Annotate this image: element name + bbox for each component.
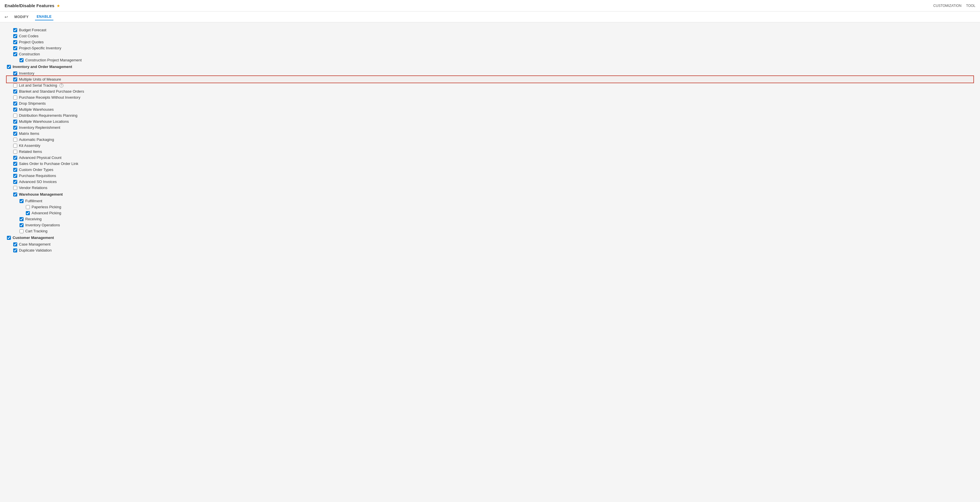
feature-item-sales-order-to-purchase-order-link: Sales Order to Purchase Order Link xyxy=(7,160,973,167)
checkbox-related-items[interactable] xyxy=(13,150,17,154)
checkbox-case-management[interactable] xyxy=(13,242,17,246)
feature-item-receiving: Receiving xyxy=(7,216,973,222)
label-multiple-warehouses: Multiple Warehouses xyxy=(19,107,54,111)
feature-item-warehouse-management: Warehouse Management xyxy=(7,191,973,198)
feature-item-case-management: Case Management xyxy=(7,241,973,247)
checkbox-automatic-packaging[interactable] xyxy=(13,138,17,142)
label-inventory: Inventory xyxy=(19,71,34,75)
checkbox-cart-tracking[interactable] xyxy=(19,229,24,233)
label-inventory-replenishment: Inventory Replenishment xyxy=(19,126,60,130)
feature-item-related-items: Related Items xyxy=(7,149,973,155)
feature-item-inventory-replenishment: Inventory Replenishment xyxy=(7,124,973,130)
feature-item-advanced-so-invoices: Advanced SO Invoices xyxy=(7,179,973,185)
checkbox-receiving[interactable] xyxy=(19,217,24,221)
star-icon: ★ xyxy=(57,3,60,8)
label-kit-assembly: Kit Assembly xyxy=(19,143,40,148)
label-duplicate-validation: Duplicate Validation xyxy=(19,248,52,253)
feature-item-construction-project-management: Construction Project Management xyxy=(7,57,973,63)
checkbox-inventory-operations[interactable] xyxy=(19,223,24,227)
feature-item-customer-management: Customer Management xyxy=(7,234,973,241)
label-advanced-so-invoices: Advanced SO Invoices xyxy=(19,180,57,184)
label-custom-order-types: Custom Order Types xyxy=(19,168,53,172)
checkbox-matrix-items[interactable] xyxy=(13,132,17,136)
checkbox-multiple-warehouse-locations[interactable] xyxy=(13,120,17,124)
checkbox-inventory-and-order-management[interactable] xyxy=(7,65,11,69)
feature-item-multiple-warehouses: Multiple Warehouses xyxy=(7,106,973,113)
feature-item-purchase-requisitions: Purchase Requisitions xyxy=(7,173,973,179)
checkbox-lot-and-serial-tracking[interactable] xyxy=(13,83,17,87)
label-purchase-requisitions: Purchase Requisitions xyxy=(19,173,56,178)
checkbox-project-specific-inventory[interactable] xyxy=(13,46,17,50)
checkbox-purchase-receipts-without-inventory[interactable] xyxy=(13,95,17,100)
feature-item-cost-codes: Cost Codes xyxy=(7,33,973,39)
help-icon-lot-and-serial-tracking[interactable]: ? xyxy=(59,83,64,87)
feature-item-duplicate-validation: Duplicate Validation xyxy=(7,247,973,253)
label-project-specific-inventory: Project-Specific Inventory xyxy=(19,46,61,50)
label-vendor-relations: Vendor Relations xyxy=(19,186,47,190)
label-matrix-items: Matrix Items xyxy=(19,131,39,136)
checkbox-sales-order-to-purchase-order-link[interactable] xyxy=(13,162,17,166)
feature-item-advanced-picking: Advanced Picking xyxy=(7,210,973,216)
checkbox-vendor-relations[interactable] xyxy=(13,186,17,190)
feature-item-kit-assembly: Kit Assembly xyxy=(7,143,973,149)
feature-item-matrix-items: Matrix Items xyxy=(7,130,973,137)
label-fulfillment: Fulfillment xyxy=(25,199,42,203)
checkbox-multiple-units-of-measure[interactable] xyxy=(13,78,17,81)
feature-item-project-quotes: Project Quotes xyxy=(7,39,973,45)
checkbox-construction-project-management[interactable] xyxy=(19,58,24,62)
label-construction: Construction xyxy=(19,52,40,56)
feature-item-custom-order-types: Custom Order Types xyxy=(7,167,973,173)
checkbox-duplicate-validation[interactable] xyxy=(13,248,17,253)
checkbox-blanket-and-standard-purchase-orders[interactable] xyxy=(13,89,17,94)
checkbox-multiple-warehouses[interactable] xyxy=(13,108,17,111)
checkbox-advanced-picking[interactable] xyxy=(26,211,30,215)
checkbox-construction[interactable] xyxy=(13,52,17,56)
checkbox-customer-management[interactable] xyxy=(7,236,11,240)
label-construction-project-management: Construction Project Management xyxy=(25,58,82,62)
feature-item-inventory-operations: Inventory Operations xyxy=(7,222,973,228)
page-title: Enable/Disable Features xyxy=(5,3,54,8)
top-bar: Enable/Disable Features ★ CUSTOMIZATION … xyxy=(0,0,980,11)
checkbox-drop-shipments[interactable] xyxy=(13,102,17,106)
feature-item-vendor-relations: Vendor Relations xyxy=(7,185,973,191)
label-customer-management: Customer Management xyxy=(13,235,54,240)
back-icon[interactable]: ↩ xyxy=(5,14,8,19)
top-bar-left: Enable/Disable Features ★ xyxy=(5,3,60,8)
label-inventory-operations: Inventory Operations xyxy=(25,223,60,227)
top-bar-right: CUSTOMIZATION TOOL xyxy=(933,4,975,8)
checkbox-advanced-physical-count[interactable] xyxy=(13,156,17,160)
modify-button[interactable]: MODIFY xyxy=(13,14,30,20)
checkbox-purchase-requisitions[interactable] xyxy=(13,174,17,178)
tool-link[interactable]: TOOL xyxy=(966,4,975,8)
feature-item-automatic-packaging: Automatic Packaging xyxy=(7,137,973,143)
checkbox-distribution-requirements-planning[interactable] xyxy=(13,114,17,118)
label-blanket-and-standard-purchase-orders: Blanket and Standard Purchase Orders xyxy=(19,89,84,94)
feature-item-construction: Construction xyxy=(7,51,973,57)
checkbox-inventory[interactable] xyxy=(13,71,17,75)
checkbox-inventory-replenishment[interactable] xyxy=(13,126,17,130)
label-budget-forecast: Budget Forecast xyxy=(19,28,46,32)
enable-button[interactable]: ENABLE xyxy=(35,13,53,21)
label-cart-tracking: Cart Tracking xyxy=(25,229,47,233)
label-cost-codes: Cost Codes xyxy=(19,34,38,38)
feature-item-paperless-picking: Paperless Picking xyxy=(7,204,973,210)
checkbox-custom-order-types[interactable] xyxy=(13,168,17,172)
feature-item-lot-and-serial-tracking: Lot and Serial Tracking? xyxy=(7,82,973,88)
label-warehouse-management: Warehouse Management xyxy=(19,192,63,197)
checkbox-kit-assembly[interactable] xyxy=(13,144,17,148)
checkbox-cost-codes[interactable] xyxy=(13,34,17,38)
customization-link[interactable]: CUSTOMIZATION xyxy=(933,4,961,8)
feature-item-cart-tracking: Cart Tracking xyxy=(7,228,973,234)
checkbox-fulfillment[interactable] xyxy=(19,199,24,203)
label-multiple-warehouse-locations: Multiple Warehouse Locations xyxy=(19,119,69,124)
checkbox-advanced-so-invoices[interactable] xyxy=(13,180,17,184)
label-lot-and-serial-tracking: Lot and Serial Tracking xyxy=(19,83,57,87)
label-related-items: Related Items xyxy=(19,149,42,154)
label-advanced-picking: Advanced Picking xyxy=(32,211,61,215)
feature-item-budget-forecast: Budget Forecast xyxy=(7,27,973,33)
checkbox-paperless-picking[interactable] xyxy=(26,205,30,209)
checkbox-warehouse-management[interactable] xyxy=(13,192,17,197)
feature-item-distribution-requirements-planning: Distribution Requirements Planning xyxy=(7,113,973,119)
checkbox-budget-forecast[interactable] xyxy=(13,28,17,32)
checkbox-project-quotes[interactable] xyxy=(13,40,17,44)
